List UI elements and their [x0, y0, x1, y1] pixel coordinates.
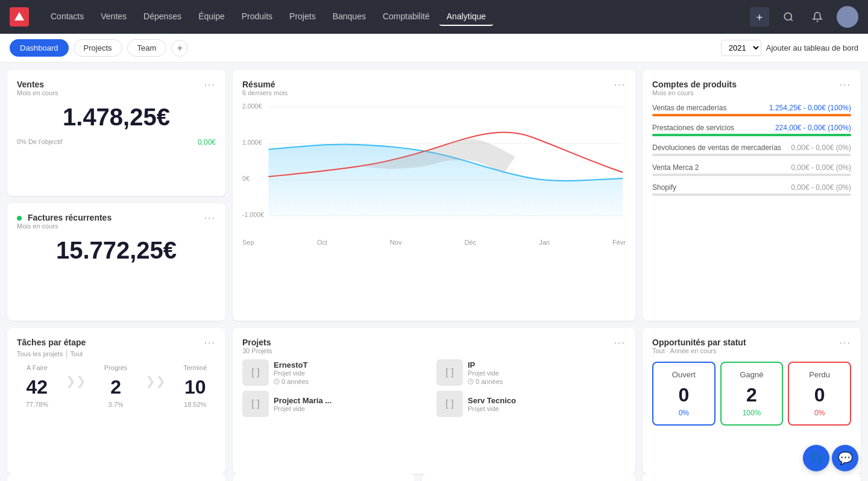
- arrow-1: ❯❯: [66, 374, 86, 408]
- email-card: ✉ 74 email(s) non lu(s) Envoyez des fact…: [422, 474, 635, 481]
- opps-menu[interactable]: ···: [840, 338, 851, 348]
- projet-item-0: [ ] ErnestoT Projet vide 0 années: [242, 359, 432, 386]
- opp-box-ouvert: Ouvert 0 0%: [652, 362, 715, 426]
- paiements-card: Paiements en attente Mois en cours ··· 1…: [643, 474, 861, 481]
- taches-label-0: A Faire: [26, 364, 48, 371]
- ventes-menu[interactable]: ···: [204, 80, 216, 90]
- projets-card: Projets 30 Projets ··· [ ] ErnestoT Proj…: [233, 328, 635, 474]
- factures-card: Factures récurrentes Mois en cours ··· 1…: [7, 203, 225, 321]
- nav-items: Contacts Ventes Dépenses Équipe Produits…: [43, 8, 735, 26]
- nav-analytique[interactable]: Analytique: [439, 8, 493, 26]
- taches-menu[interactable]: ···: [204, 338, 216, 348]
- projet-time-1: 0 années: [468, 378, 503, 385]
- notification-button[interactable]: [808, 7, 827, 27]
- profit-card: Profit Mois en cours ··· 1.357,25€: [233, 474, 415, 481]
- chart-label-dec: Déc: [465, 239, 477, 246]
- resume-title: Résumé: [242, 80, 288, 89]
- opp-pct-2: 0%: [794, 409, 845, 417]
- compte-val-1: 1.254,25€ - 0,00€ (100%): [769, 104, 851, 112]
- projet-thumb-2: [ ]: [242, 391, 269, 417]
- compte-name-4: Venta Merca 2: [652, 163, 699, 172]
- svg-point-1: [784, 13, 791, 20]
- svg-line-2: [790, 19, 792, 20]
- resume-menu[interactable]: ···: [614, 80, 626, 90]
- taches-col-progres: Progrès 2 3.7%: [104, 364, 128, 408]
- nav-comptabilite[interactable]: Comptabilité: [376, 8, 437, 26]
- compte-item-4: Venta Merca 2 0,00€ - 0,00€ (0%): [652, 163, 851, 176]
- taches-label-2: Terminé: [183, 364, 207, 371]
- compte-item-5: Shopify 0,00€ - 0,00€ (0%): [652, 183, 851, 196]
- ventes-header: Ventes Mois en cours ···: [17, 80, 216, 96]
- opp-num-1: 2: [726, 384, 778, 406]
- projets-grid: [ ] ErnestoT Projet vide 0 années [ ] IP…: [242, 359, 626, 417]
- compte-bar-5: [652, 193, 851, 196]
- float-btn-footprint[interactable]: 👣: [803, 445, 829, 471]
- opps-title: Opportunités par statut: [652, 338, 746, 347]
- float-btn-chat[interactable]: 💬: [832, 445, 858, 471]
- add-button[interactable]: ＋: [750, 7, 769, 27]
- nav-ventes[interactable]: Ventes: [93, 8, 134, 26]
- compte-val-3: 0,00€ - 0,00€ (0%): [791, 143, 851, 152]
- opps-subtitle: Tout · Année en cours: [652, 347, 746, 354]
- compte-item-1: Ventas de mercaderías 1.254,25€ - 0,00€ …: [652, 104, 851, 116]
- compte-val-2: 224,00€ - 0,00€ (100%): [775, 124, 851, 132]
- taches-subtitle-left: Tous les projets: [17, 350, 63, 357]
- nav-produits[interactable]: Produits: [234, 8, 280, 26]
- opp-num-2: 0: [794, 384, 845, 406]
- taches-pct-2: 18.52%: [183, 401, 207, 408]
- ventes-card: Ventes Mois en cours ··· 1.478,25€ 0% De…: [7, 70, 225, 196]
- factures-subtitle: Mois en cours: [17, 222, 112, 230]
- tab-dashboard[interactable]: Dashboard: [10, 39, 69, 57]
- nav-projets[interactable]: Projets: [282, 8, 323, 26]
- factures-amount: 15.772,25€: [17, 237, 216, 264]
- top-navigation: Contacts Ventes Dépenses Équipe Produits…: [0, 0, 868, 34]
- svg-text:-1.000€: -1.000€: [242, 211, 264, 218]
- compte-val-5: 0,00€ - 0,00€ (0%): [791, 183, 851, 192]
- nav-contacts[interactable]: Contacts: [43, 8, 91, 26]
- projets-menu[interactable]: ···: [614, 338, 626, 348]
- comptes-subtitle: Mois en cours: [652, 89, 737, 96]
- user-avatar[interactable]: [837, 6, 858, 28]
- nav-banques[interactable]: Banques: [326, 8, 373, 26]
- search-button[interactable]: [779, 7, 798, 27]
- opp-box-gagne: Gagné 2 100%: [720, 362, 784, 426]
- year-select[interactable]: 2021 2020 2022: [721, 40, 761, 56]
- taches-subtitle-right[interactable]: Tout: [71, 350, 83, 357]
- arrow-2: ❯❯: [145, 374, 166, 408]
- add-tab-button[interactable]: +: [171, 40, 188, 57]
- ventes-subtitle: Mois en cours: [17, 89, 58, 96]
- svg-marker-0: [14, 12, 24, 20]
- compte-item-2: Prestaciones de servicios 224,00€ - 0,00…: [652, 124, 851, 136]
- nav-right-actions: ＋: [750, 6, 858, 28]
- logo[interactable]: [10, 7, 29, 27]
- projet-item-2: [ ] Project Maria ... Projet vide: [242, 391, 432, 417]
- taches-card: Tâches par étape Tous les projets | Tout…: [7, 328, 225, 474]
- add-board-label: Ajouter au tableau de bord: [766, 43, 858, 52]
- tab-projects[interactable]: Projects: [74, 39, 122, 57]
- chart-label-oct: Oct: [317, 239, 327, 246]
- opp-label-0: Ouvert: [658, 370, 709, 379]
- main-grid: Ventes Mois en cours ··· 1.478,25€ 0% De…: [0, 63, 868, 481]
- resume-card: Résumé 6 derniers mois ··· 2.000€ 1.000€…: [233, 70, 635, 321]
- opps-columns: Ouvert 0 0% Gagné 2 100% Perdu 0 0%: [652, 362, 851, 426]
- tab-team[interactable]: Team: [127, 39, 167, 57]
- compte-name-1: Ventas de mercaderías: [652, 104, 726, 112]
- bottom-row: Recette en attente Mois en cours ··· 1.7…: [0, 474, 868, 481]
- sub-navigation: Dashboard Projects Team + 2021 2020 2022…: [0, 34, 868, 63]
- chart-label-nov: Nov: [390, 239, 402, 246]
- projet-name-3: Serv Tecnico: [468, 396, 516, 405]
- compte-name-5: Shopify: [652, 183, 676, 192]
- svg-text:0€: 0€: [242, 175, 250, 182]
- factures-menu[interactable]: ···: [204, 213, 216, 224]
- taches-label-1: Progrès: [104, 364, 128, 371]
- compte-fill-2: [652, 134, 851, 136]
- comptes-menu[interactable]: ···: [840, 80, 851, 90]
- nav-equipe[interactable]: Équipe: [191, 8, 232, 26]
- projet-item-1: [ ] IP Projet vide 0 années: [436, 359, 626, 386]
- recette-card: Recette en attente Mois en cours ··· 1.7…: [7, 474, 225, 481]
- compte-item-3: Devoluciones de ventas de mercaderías 0,…: [652, 143, 851, 156]
- nav-depenses[interactable]: Dépenses: [136, 8, 189, 26]
- comptes-header: Comptes de produits Mois en cours ···: [652, 80, 851, 96]
- projet-thumb-3: [ ]: [436, 391, 463, 417]
- projet-name-1: IP: [468, 360, 503, 369]
